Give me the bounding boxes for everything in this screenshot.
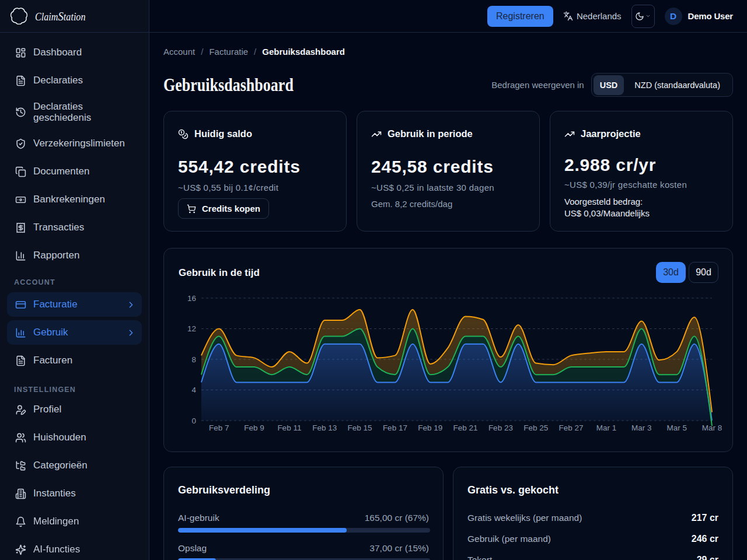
svg-text:Feb 23: Feb 23 [488,424,513,432]
svg-text:Feb 15: Feb 15 [348,424,372,432]
svg-text:Feb 7: Feb 7 [209,424,229,432]
svg-text:12: 12 [187,324,196,333]
svg-text:Feb 27: Feb 27 [559,424,584,432]
svg-text:Mar 1: Mar 1 [596,424,617,432]
svg-text:Feb 25: Feb 25 [523,424,548,432]
svg-text:Feb 17: Feb 17 [383,424,407,432]
svg-text:0: 0 [191,416,196,425]
svg-text:Feb 13: Feb 13 [312,424,337,432]
svg-text:8: 8 [191,355,196,364]
svg-text:Feb 19: Feb 19 [418,424,442,432]
svg-text:Feb 9: Feb 9 [244,424,264,432]
svg-text:4: 4 [191,386,196,394]
svg-text:16: 16 [187,294,196,303]
svg-text:Feb 11: Feb 11 [277,424,301,432]
svg-text:Mar 5: Mar 5 [666,424,687,432]
svg-text:Feb 21: Feb 21 [453,424,478,432]
svg-text:Mar 3: Mar 3 [631,424,652,432]
